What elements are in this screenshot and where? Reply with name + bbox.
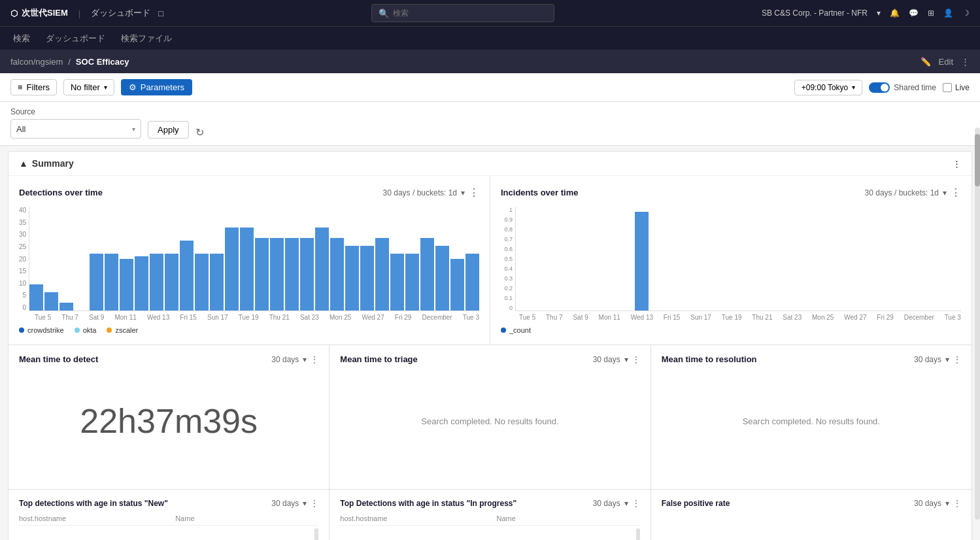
- detection-bar[interactable]: [225, 228, 239, 311]
- detection-bar[interactable]: [360, 246, 374, 311]
- detection-bar[interactable]: [330, 238, 344, 311]
- detections-chart-area: 40 35 30 25 20 15 10 5 0 Tue: [19, 207, 479, 334]
- search-input[interactable]: [393, 8, 547, 18]
- detection-bar[interactable]: [375, 238, 389, 311]
- no-filter-label: No filter: [71, 82, 100, 92]
- filters-button[interactable]: ≡ Filters: [10, 79, 57, 95]
- apply-button[interactable]: Apply: [148, 121, 189, 139]
- detection-bar[interactable]: [285, 238, 299, 311]
- detection-bar[interactable]: [105, 254, 118, 311]
- new-panel-time-range[interactable]: 30 days: [271, 499, 299, 508]
- detections-time-range[interactable]: 30 days / buckets: 1d: [383, 188, 457, 197]
- detections-chart-legend: crowdstrike okta zscaler: [19, 326, 479, 334]
- detection-bar[interactable]: [210, 254, 224, 311]
- incidents-x-labels: Tue 5 Thu 7 Sat 9 Mon 11 Wed 13 Fri 15 S…: [501, 314, 961, 321]
- detection-bar[interactable]: [465, 254, 479, 311]
- search-bar[interactable]: 🔍: [371, 4, 554, 22]
- fp-menu-icon[interactable]: ⋮: [953, 499, 961, 508]
- company-chevron[interactable]: ▾: [877, 8, 881, 18]
- summary-collapse-icon[interactable]: ▲: [19, 158, 28, 169]
- detection-bar[interactable]: [435, 246, 449, 311]
- search-files-nav-link[interactable]: 検索ファイル: [121, 33, 172, 44]
- detect-time-range[interactable]: 30 days: [271, 355, 299, 364]
- detection-bar[interactable]: [150, 254, 163, 311]
- detection-bar[interactable]: [120, 259, 133, 311]
- detection-bar[interactable]: [165, 254, 178, 311]
- detections-chevron[interactable]: ▾: [461, 188, 465, 197]
- new-panel-col-name: Name: [175, 515, 318, 522]
- detection-bar[interactable]: [240, 228, 254, 311]
- fp-chevron[interactable]: ▾: [945, 499, 949, 508]
- detection-bar[interactable]: [405, 254, 419, 311]
- inprogress-time-range[interactable]: 30 days: [593, 499, 620, 508]
- triage-time-range[interactable]: 30 days: [593, 355, 620, 364]
- detection-bar[interactable]: [90, 254, 103, 311]
- second-nav: 検索 ダッシュボード 検索ファイル: [0, 26, 980, 50]
- detections-menu-icon[interactable]: ⋮: [469, 186, 479, 199]
- shared-time-switch[interactable]: [869, 82, 890, 93]
- fp-time-range[interactable]: 30 days: [914, 499, 941, 508]
- detection-bar[interactable]: [345, 246, 359, 311]
- new-panel-scrollbar[interactable]: [314, 528, 318, 540]
- source-select[interactable]: All ▾: [10, 119, 141, 139]
- user-icon[interactable]: 👤: [943, 8, 953, 18]
- detection-bar[interactable]: [195, 254, 209, 311]
- summary-section: ▲ Summary ⋮ Detections over time 30 days…: [8, 151, 972, 540]
- live-checkbox[interactable]: [943, 83, 952, 92]
- resolution-chevron[interactable]: ▾: [945, 355, 949, 364]
- triage-chevron[interactable]: ▾: [624, 355, 628, 364]
- summary-more-icon[interactable]: ⋮: [953, 159, 961, 169]
- more-icon[interactable]: ⋮: [961, 57, 970, 67]
- bell-icon[interactable]: 🔔: [890, 8, 900, 18]
- detection-bar[interactable]: [255, 238, 269, 311]
- detection-bar[interactable]: [450, 259, 464, 311]
- detection-bar[interactable]: [135, 256, 148, 311]
- timezone-button[interactable]: +09:00 Tokyo ▾: [794, 80, 863, 95]
- inprogress-chevron[interactable]: ▾: [624, 499, 628, 508]
- refresh-button[interactable]: ↻: [195, 126, 204, 139]
- dashboard-nav-link[interactable]: ダッシュボード: [46, 33, 105, 44]
- incidents-menu-icon[interactable]: ⋮: [951, 186, 961, 199]
- detection-bar[interactable]: [59, 303, 73, 311]
- main-content: ▲ Summary ⋮ Detections over time 30 days…: [0, 146, 980, 540]
- detection-bar[interactable]: [29, 284, 43, 311]
- window-icon[interactable]: □: [158, 8, 163, 18]
- parameters-button[interactable]: ⚙ Parameters: [121, 79, 192, 95]
- detection-bar[interactable]: [315, 228, 329, 311]
- new-panel-scroll: [19, 528, 318, 540]
- detection-bar[interactable]: [300, 238, 314, 311]
- no-filter-button[interactable]: No filter ▾: [63, 79, 114, 95]
- detection-bar[interactable]: [180, 241, 194, 311]
- inprogress-menu-icon[interactable]: ⋮: [632, 499, 640, 508]
- new-panel-menu-icon[interactable]: ⋮: [311, 499, 318, 508]
- filter-bar: ≡ Filters No filter ▾ ⚙ Parameters +09:0…: [0, 73, 980, 102]
- detection-bar[interactable]: [420, 238, 434, 311]
- detect-menu-icon[interactable]: ⋮: [311, 355, 318, 364]
- new-panel-chevron[interactable]: ▾: [303, 499, 307, 508]
- search-nav-link[interactable]: 検索: [13, 33, 30, 44]
- inprogress-panel-scrollbar[interactable]: [636, 528, 640, 540]
- page-scrollbar[interactable]: [975, 127, 980, 520]
- new-panel-col-hostname: host.hostname: [19, 515, 162, 522]
- mean-time-triage-panel: Mean time to triage 30 days ▾ ⋮ Search c…: [329, 345, 651, 489]
- dashboard-nav-item[interactable]: ダッシュボード: [91, 7, 150, 19]
- summary-header: ▲ Summary ⋮: [8, 152, 972, 176]
- incidents-chevron[interactable]: ▾: [943, 188, 947, 197]
- resolution-time-range[interactable]: 30 days: [914, 355, 941, 364]
- edit-button[interactable]: Edit: [939, 57, 953, 67]
- triage-menu-icon[interactable]: ⋮: [632, 355, 640, 364]
- detection-bar[interactable]: [270, 238, 284, 311]
- incidents-bars: [515, 207, 961, 311]
- incident-bar[interactable]: [635, 212, 649, 311]
- detect-chevron[interactable]: ▾: [303, 355, 307, 364]
- detection-bar[interactable]: [44, 292, 58, 311]
- new-panel-header: Top detections with age in status "New" …: [19, 499, 318, 508]
- breadcrumb-root[interactable]: falcon/ngsiem: [10, 57, 63, 67]
- resolution-menu-icon[interactable]: ⋮: [953, 355, 961, 364]
- theme-icon[interactable]: ☽: [962, 8, 970, 18]
- incidents-time-range[interactable]: 30 days / buckets: 1d: [865, 188, 939, 197]
- grid-icon[interactable]: ⊞: [928, 8, 934, 18]
- detection-bar[interactable]: [390, 254, 404, 311]
- message-icon[interactable]: 💬: [909, 8, 919, 18]
- new-panel-controls: 30 days ▾ ⋮: [271, 499, 318, 508]
